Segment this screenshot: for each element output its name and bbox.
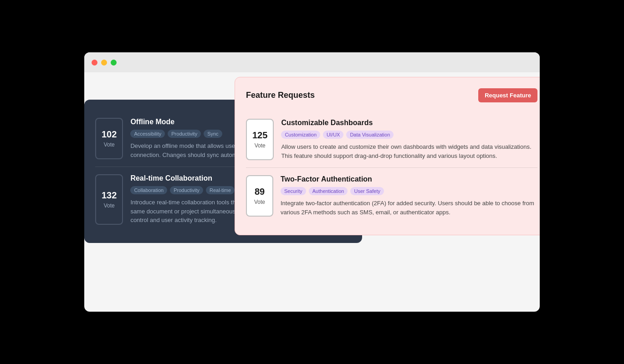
browser-window: 102 Vote Offline Mode Accessibility Prod… bbox=[84, 52, 540, 312]
vote-label: Vote bbox=[104, 142, 115, 148]
traffic-light-green[interactable] bbox=[111, 60, 117, 66]
tags: Customization UI/UX Data Visualization bbox=[281, 131, 537, 139]
tag: Accessibility bbox=[130, 130, 165, 138]
vote-label: Vote bbox=[104, 202, 115, 209]
tag: Security bbox=[281, 187, 306, 195]
vote-count: 102 bbox=[102, 129, 117, 140]
vote-count: 132 bbox=[102, 190, 117, 201]
traffic-light-red[interactable] bbox=[92, 60, 97, 66]
tag: Real-time bbox=[206, 186, 235, 194]
feature-body: Two-Factor Authentication Security Authe… bbox=[281, 175, 537, 217]
browser-titlebar bbox=[84, 52, 540, 72]
tag: Collaboration bbox=[130, 186, 167, 194]
tag: Sync bbox=[204, 130, 222, 138]
card-header: Feature Requests Request Feature bbox=[246, 88, 537, 102]
feature-title: Two-Factor Authentication bbox=[281, 175, 537, 183]
feature-body: Customizable Dashboards Customization UI… bbox=[281, 119, 537, 160]
list-item: 89 Vote Two-Factor Authentication Securi… bbox=[246, 167, 537, 224]
tag: Customization bbox=[281, 131, 320, 139]
vote-label: Vote bbox=[255, 142, 266, 149]
vote-box: 102 Vote bbox=[95, 118, 123, 159]
vote-count: 125 bbox=[252, 130, 267, 141]
tag: Authentication bbox=[309, 187, 348, 195]
tags: Security Authentication User Safety bbox=[281, 187, 537, 195]
vote-box: 89 Vote bbox=[246, 175, 273, 217]
vote-label: Vote bbox=[254, 199, 265, 205]
browser-content: 102 Vote Offline Mode Accessibility Prod… bbox=[84, 72, 540, 312]
card-title: Feature Requests bbox=[246, 91, 315, 100]
tag: Productivity bbox=[168, 130, 201, 138]
traffic-light-yellow[interactable] bbox=[101, 60, 107, 66]
tag: Productivity bbox=[170, 186, 203, 194]
feature-description: Allow users to create and customize thei… bbox=[281, 142, 537, 160]
tag: User Safety bbox=[350, 187, 384, 195]
feature-description: Integrate two-factor authentication (2FA… bbox=[281, 199, 537, 217]
tag: Data Visualization bbox=[346, 131, 394, 139]
pink-feature-card: Feature Requests Request Feature 125 Vot… bbox=[235, 77, 540, 235]
vote-box: 125 Vote bbox=[246, 119, 274, 160]
feature-title: Customizable Dashboards bbox=[281, 119, 537, 127]
list-item: 125 Vote Customizable Dashboards Customi… bbox=[246, 111, 537, 167]
vote-count: 89 bbox=[255, 187, 265, 197]
request-feature-button[interactable]: Request Feature bbox=[478, 88, 537, 102]
vote-box: 132 Vote bbox=[95, 174, 123, 225]
tag: UI/UX bbox=[323, 131, 343, 139]
